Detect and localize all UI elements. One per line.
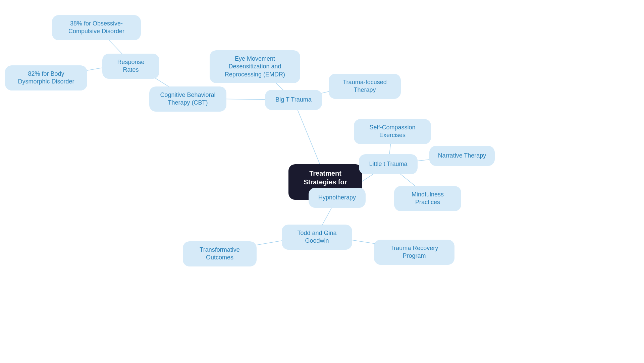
- node-responseRates: Response Rates: [102, 54, 159, 79]
- node-emdr: Eye Movement Desensitization and Reproce…: [210, 50, 300, 83]
- node-toddGina: Todd and Gina Goodwin: [282, 225, 352, 250]
- node-mindfulness: Mindfulness Practices: [394, 186, 461, 211]
- node-traumaFocused: Trauma-focused Therapy: [329, 74, 401, 99]
- mindmap-container: Treatment Strategies for TraumaBig T Tra…: [0, 0, 644, 363]
- node-bigT: Big T Trauma: [265, 90, 322, 110]
- node-hypnotherapy: Hypnotherapy: [309, 188, 366, 208]
- node-ocd: 38% for Obsessive-Compulsive Disorder: [52, 15, 141, 40]
- node-narrativeTherapy: Narrative Therapy: [429, 146, 495, 166]
- node-transformative: Transformative Outcomes: [183, 241, 257, 266]
- node-traumaRecovery: Trauma Recovery Program: [374, 240, 454, 265]
- node-littleT: Little t Trauma: [359, 154, 418, 174]
- node-cbt: Cognitive Behavioral Therapy (CBT): [149, 86, 226, 112]
- node-bdd: 82% for Body Dysmorphic Disorder: [5, 65, 87, 90]
- node-selfCompassion: Self-Compassion Exercises: [354, 119, 431, 144]
